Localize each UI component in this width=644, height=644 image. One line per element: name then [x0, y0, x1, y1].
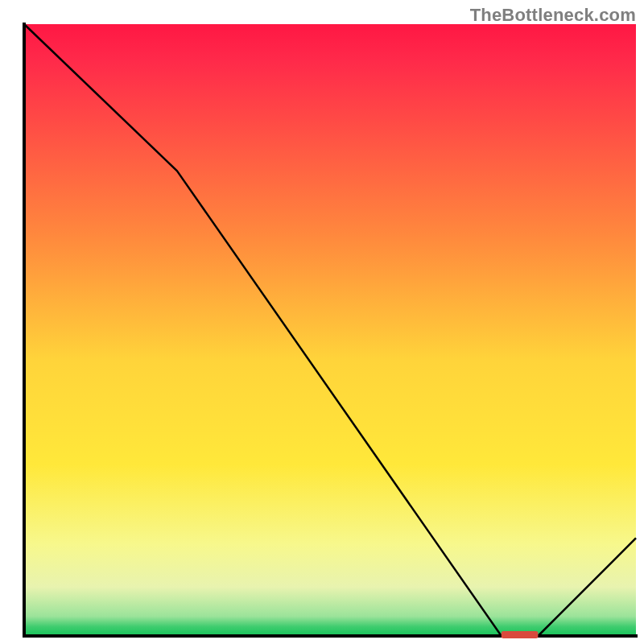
plateau-strip — [502, 631, 539, 638]
chart-frame: TheBottleneck.com — [0, 0, 644, 644]
plateau-marker — [502, 631, 539, 638]
plot-background — [24, 24, 636, 636]
bottleneck-chart — [0, 0, 644, 644]
